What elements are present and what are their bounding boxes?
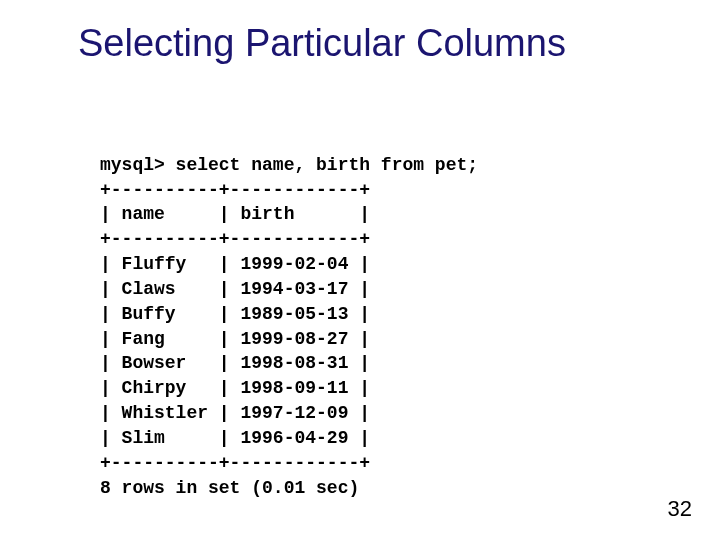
slide: Selecting Particular Columns mysql> sele… [0, 0, 720, 540]
table-row: | Whistler | 1997-12-09 | [100, 403, 370, 423]
table-header: | name | birth | [100, 204, 370, 224]
page-number: 32 [668, 496, 692, 522]
page-title: Selecting Particular Columns [78, 22, 566, 65]
table-row: | Chirpy | 1998-09-11 | [100, 378, 370, 398]
table-rule-mid: +----------+------------+ [100, 229, 370, 249]
table-rule-bottom: +----------+------------+ [100, 453, 370, 473]
table-row: | Bowser | 1998-08-31 | [100, 353, 370, 373]
table-row: | Buffy | 1989-05-13 | [100, 304, 370, 324]
mysql-prompt: mysql> [100, 155, 165, 175]
table-row: | Slim | 1996-04-29 | [100, 428, 370, 448]
query-footer: 8 rows in set (0.01 sec) [100, 478, 359, 498]
table-row: | Claws | 1994-03-17 | [100, 279, 370, 299]
sql-command: select name, birth from pet; [165, 155, 478, 175]
terminal-output: mysql> select name, birth from pet; +---… [100, 128, 478, 500]
table-row: | Fang | 1999-08-27 | [100, 329, 370, 349]
table-rule-top: +----------+------------+ [100, 180, 370, 200]
table-row: | Fluffy | 1999-02-04 | [100, 254, 370, 274]
